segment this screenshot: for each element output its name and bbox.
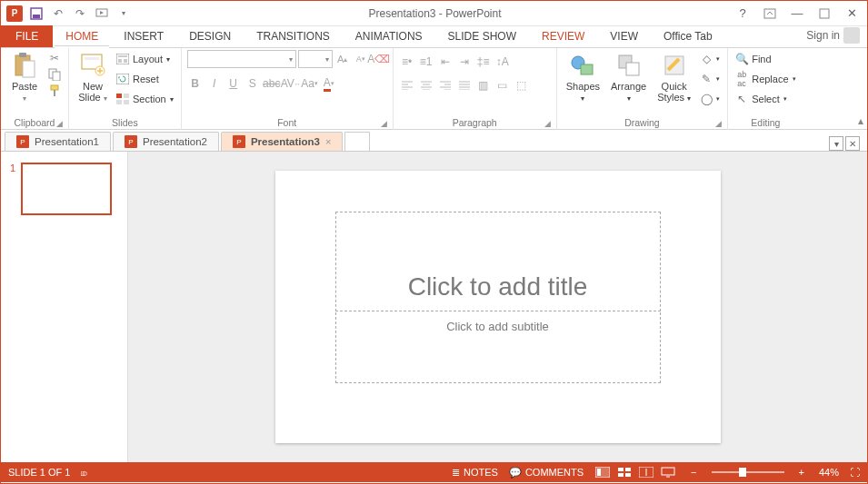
tab-insert[interactable]: INSERT	[111, 25, 176, 47]
smartart-button[interactable]: ⬚	[514, 77, 530, 94]
maximize-button[interactable]	[814, 4, 834, 24]
tab-list-dropdown[interactable]: ▾	[829, 136, 843, 151]
line-spacing-button[interactable]: ‡≡	[475, 54, 492, 70]
tab-file[interactable]: FILE	[1, 25, 53, 47]
find-button[interactable]: 🔍Find	[733, 50, 797, 68]
decrease-indent-button[interactable]: ⇤	[437, 54, 454, 70]
normal-view-button[interactable]	[594, 466, 611, 479]
slide-thumbnail-pane[interactable]: 1	[1, 152, 128, 462]
replace-label: Replace	[752, 74, 788, 84]
doc-tab-presentation2[interactable]: P Presentation2	[113, 132, 219, 151]
undo-button[interactable]: ↶	[50, 5, 66, 22]
shadow-button[interactable]: S	[244, 75, 261, 92]
bold-button[interactable]: B	[187, 75, 204, 92]
ribbon-display-options-button[interactable]	[760, 4, 780, 24]
strikethrough-button[interactable]: abc	[264, 75, 280, 92]
copy-button[interactable]	[46, 66, 63, 83]
tab-design[interactable]: DESIGN	[176, 25, 244, 47]
close-button[interactable]: ✕	[842, 4, 862, 24]
slide[interactable]: Click to add title Click to add subtitle	[275, 171, 721, 443]
shape-outline-button[interactable]: ✎▾	[698, 70, 722, 88]
close-tab-icon[interactable]: ×	[325, 136, 331, 147]
zoom-slider-thumb[interactable]	[739, 468, 746, 477]
subtitle-placeholder[interactable]: Click to add subtitle	[335, 312, 661, 383]
font-size-combo[interactable]: ▾	[298, 50, 333, 68]
doc-tab-presentation3[interactable]: P Presentation3 ×	[221, 132, 344, 151]
increase-font-size-button[interactable]: A▴	[334, 51, 351, 67]
shapes-button[interactable]: Shapes▾	[563, 50, 604, 105]
character-spacing-button[interactable]: AV↔	[283, 75, 299, 92]
font-dialog-launcher[interactable]: ◢	[381, 119, 387, 128]
redo-button[interactable]: ↷	[72, 5, 88, 22]
new-slide-button[interactable]: New Slide ▾	[75, 50, 111, 105]
comments-button[interactable]: 💬COMMENTS	[509, 467, 584, 479]
clipboard-dialog-launcher[interactable]: ◢	[56, 119, 63, 128]
tab-slide-show[interactable]: SLIDE SHOW	[435, 25, 529, 47]
italic-button[interactable]: I	[206, 75, 223, 92]
increase-indent-button[interactable]: ⇥	[456, 54, 473, 70]
paste-button[interactable]: Paste▾	[6, 50, 43, 105]
qat-customize-dropdown[interactable]: ▾	[115, 5, 132, 22]
section-button[interactable]: Section ▾	[115, 90, 175, 108]
select-button[interactable]: ↖Select ▾	[733, 90, 797, 108]
numbering-button[interactable]: ≡1	[418, 54, 434, 70]
replace-button[interactable]: abacReplace ▾	[733, 70, 797, 88]
spell-check-icon[interactable]: ⎄	[81, 467, 87, 478]
tab-view[interactable]: VIEW	[597, 25, 651, 47]
zoom-in-button[interactable]: +	[795, 467, 808, 478]
slideshow-view-button[interactable]	[660, 466, 676, 479]
doc-tab-label: Presentation1	[35, 136, 99, 147]
slide-count-label[interactable]: SLIDE 1 OF 1	[8, 467, 70, 478]
change-case-button[interactable]: Aa▾	[302, 75, 318, 92]
new-tab-button[interactable]	[344, 132, 370, 151]
bullets-button[interactable]: ≡•	[399, 54, 415, 70]
zoom-level-label[interactable]: 44%	[819, 467, 839, 478]
align-left-button[interactable]	[399, 77, 415, 94]
notes-button[interactable]: ≣NOTES	[452, 467, 498, 479]
save-button[interactable]	[28, 5, 45, 22]
format-painter-button[interactable]	[46, 83, 63, 99]
align-center-button[interactable]	[418, 77, 434, 94]
fit-to-window-button[interactable]: ⛶	[850, 467, 860, 478]
paste-icon	[13, 52, 36, 79]
collapse-ribbon-button[interactable]: ▴	[858, 114, 863, 127]
zoom-out-button[interactable]: −	[687, 467, 700, 478]
underline-button[interactable]: U	[225, 75, 242, 92]
reset-button[interactable]: Reset	[115, 70, 175, 88]
minimize-button[interactable]: —	[787, 4, 807, 24]
start-from-beginning-button[interactable]	[94, 5, 110, 22]
tab-review[interactable]: REVIEW	[529, 25, 597, 47]
svg-rect-23	[124, 100, 129, 104]
slide-thumbnail[interactable]: 1	[10, 163, 118, 215]
zoom-slider[interactable]	[712, 471, 784, 473]
tab-home[interactable]: HOME	[53, 25, 111, 47]
font-family-combo[interactable]: ▾	[187, 50, 296, 68]
sign-in-button[interactable]: Sign in	[799, 24, 867, 47]
align-text-button[interactable]: ▭	[494, 77, 511, 94]
cut-button[interactable]: ✂	[46, 50, 63, 66]
tab-animations[interactable]: ANIMATIONS	[343, 25, 435, 47]
paragraph-dialog-launcher[interactable]: ◢	[544, 119, 551, 128]
clear-formatting-button[interactable]: A⌫	[371, 51, 387, 67]
slide-canvas-area[interactable]: Click to add title Click to add subtitle	[128, 152, 867, 462]
justify-button[interactable]	[456, 77, 473, 94]
arrange-button[interactable]: Arrange▾	[607, 50, 650, 105]
tab-office-tab[interactable]: Office Tab	[651, 25, 725, 47]
layout-button[interactable]: Layout ▾	[115, 50, 175, 68]
title-placeholder[interactable]: Click to add title	[335, 212, 661, 311]
text-direction-button[interactable]: ↕A	[494, 54, 511, 70]
tab-transitions[interactable]: TRANSITIONS	[244, 25, 343, 47]
quick-styles-button[interactable]: Quick Styles ▾	[653, 50, 694, 105]
doc-tab-presentation1[interactable]: P Presentation1	[5, 132, 111, 151]
decrease-font-size-button[interactable]: A▾	[353, 51, 369, 67]
font-color-button[interactable]: A▾	[321, 75, 337, 92]
align-right-button[interactable]	[437, 77, 454, 94]
drawing-dialog-launcher[interactable]: ◢	[715, 119, 722, 128]
reading-view-button[interactable]	[638, 466, 654, 479]
columns-button[interactable]: ▥	[475, 77, 492, 94]
help-button[interactable]: ?	[733, 4, 753, 24]
slide-sorter-view-button[interactable]	[616, 466, 633, 479]
shape-effects-button[interactable]: ◯▾	[698, 90, 722, 108]
shape-fill-button[interactable]: ◇▾	[698, 50, 722, 68]
close-all-tabs-button[interactable]: ✕	[845, 136, 860, 151]
